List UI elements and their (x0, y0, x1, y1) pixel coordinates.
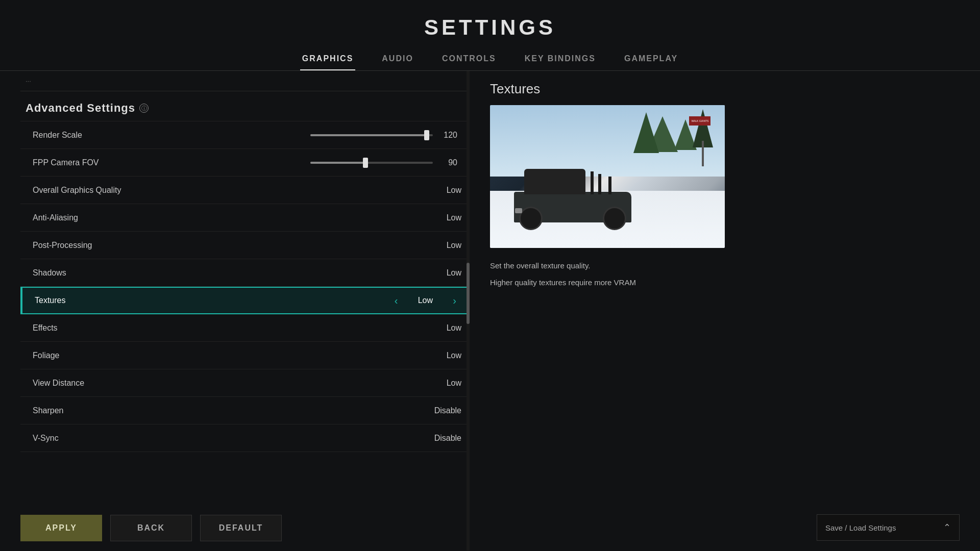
textures-next-btn[interactable]: › (449, 293, 460, 309)
setting-name-render-scale: Render Scale (33, 131, 245, 140)
default-button[interactable]: DEFAULT (200, 515, 282, 541)
fpp-fov-thumb[interactable] (363, 158, 368, 168)
jeep-headlight (515, 208, 522, 213)
preview-image: WALK GIANTS (490, 105, 725, 248)
left-panel: ··· Advanced Settings ⓘ Render Scale 120 (0, 71, 470, 550)
effects-value: Low (447, 323, 461, 333)
setting-name-foliage: Foliage (33, 351, 447, 360)
setting-row-overall-graphics[interactable]: Overall Graphics Quality Low (20, 177, 470, 204)
setting-row-sharpen[interactable]: Sharpen Disable (20, 397, 470, 424)
right-panel: Textures WALK GIANTS (470, 71, 980, 550)
tab-gameplay[interactable]: GAMEPLAY (622, 49, 680, 70)
page-title: SETTINGS (0, 15, 980, 40)
back-button[interactable]: BACK (110, 515, 192, 541)
tab-audio[interactable]: AUDIO (380, 49, 415, 70)
advanced-settings-header: Advanced Settings ⓘ (20, 91, 470, 121)
fpp-fov-track[interactable] (310, 162, 433, 164)
textures-value: Low (410, 296, 440, 305)
setting-row-fpp-camera-fov[interactable]: FPP Camera FOV 90 (20, 149, 470, 177)
advanced-settings-title: Advanced Settings (26, 102, 135, 115)
setting-row-render-scale[interactable]: Render Scale 120 (20, 121, 470, 149)
post-processing-value: Low (447, 241, 461, 250)
setting-name-anti-aliasing: Anti-Aliasing (33, 213, 447, 222)
setting-row-textures[interactable]: Textures ‹ Low › (20, 287, 470, 314)
setting-row-shadows[interactable]: Shadows Low (20, 259, 470, 287)
render-scale-value: 120 (439, 131, 457, 140)
scene-sign-text: WALK GIANTS (691, 120, 708, 123)
textures-select-container: ‹ Low › (248, 293, 460, 309)
jeep-roll-cage1 (591, 171, 594, 194)
apply-button[interactable]: APPLY (20, 515, 102, 541)
setting-row-foliage[interactable]: Foliage Low (20, 342, 470, 369)
jeep-roll-cage3 (608, 177, 611, 194)
fpp-fov-fill (310, 162, 365, 164)
save-load-button[interactable]: Save / Load Settings ⌃ (817, 514, 960, 541)
save-load-label: Save / Load Settings (825, 523, 896, 532)
settings-list: Render Scale 120 FPP Camera FOV (20, 121, 470, 452)
setting-name-fpp-camera-fov: FPP Camera FOV (33, 158, 245, 167)
setting-name-sharpen: Sharpen (33, 406, 434, 415)
render-scale-thumb[interactable] (424, 130, 429, 140)
preview-desc1: Set the overall texture quality. (490, 260, 960, 272)
preview-desc2: Higher quality textures require more VRA… (490, 277, 960, 289)
setting-name-effects: Effects (33, 323, 447, 333)
jeep-cab (524, 169, 585, 194)
overall-graphics-value: Low (447, 186, 461, 195)
sharpen-value: Disable (434, 406, 461, 415)
setting-row-post-processing[interactable]: Post-Processing Low (20, 232, 470, 259)
setting-name-view-distance: View Distance (33, 379, 447, 388)
partial-header: ··· (20, 71, 470, 91)
jeep-wheel-front (519, 207, 543, 230)
main-layout: ··· Advanced Settings ⓘ Render Scale 120 (0, 71, 980, 550)
setting-row-anti-aliasing[interactable]: Anti-Aliasing Low (20, 204, 470, 232)
fpp-fov-slider-container: 90 (245, 158, 461, 167)
jeep-roll-cage2 (598, 174, 601, 194)
partial-header-text: ··· (26, 77, 31, 85)
setting-name-shadows: Shadows (33, 268, 447, 278)
tab-controls[interactable]: CONTROLS (440, 49, 498, 70)
textures-prev-btn[interactable]: ‹ (390, 293, 402, 309)
render-scale-fill (310, 134, 427, 136)
setting-name-overall-graphics: Overall Graphics Quality (33, 186, 447, 195)
fpp-fov-value: 90 (439, 158, 457, 167)
view-distance-value: Low (447, 379, 461, 388)
setting-row-effects[interactable]: Effects Low (20, 314, 470, 342)
setting-name-post-processing: Post-Processing (33, 241, 447, 250)
bottom-bar: APPLY BACK DEFAULT Save / Load Settings … (0, 505, 980, 551)
info-icon[interactable]: ⓘ (139, 104, 149, 113)
scene-tree2 (633, 112, 659, 153)
scene-sign-board: WALK GIANTS (689, 116, 710, 126)
setting-row-vsync[interactable]: V-Sync Disable (20, 424, 470, 452)
jeep-wheel-rear (603, 207, 626, 230)
vsync-value: Disable (434, 434, 461, 443)
chevron-up-icon: ⌃ (943, 522, 951, 533)
shadows-value: Low (447, 268, 461, 278)
render-scale-track[interactable] (310, 134, 433, 136)
preview-title: Textures (490, 81, 960, 97)
scene-jeep (509, 171, 636, 222)
setting-name-textures: Textures (35, 296, 248, 305)
setting-row-view-distance[interactable]: View Distance Low (20, 369, 470, 397)
scrollbar[interactable] (467, 71, 470, 550)
anti-aliasing-value: Low (447, 213, 461, 222)
main-tabs: GRAPHICS AUDIO CONTROLS KEY BINDINGS GAM… (0, 49, 980, 71)
setting-name-vsync: V-Sync (33, 434, 434, 443)
render-scale-slider-container: 120 (245, 131, 461, 140)
foliage-value: Low (447, 351, 461, 360)
scroll-indicator (467, 263, 470, 324)
tab-graphics[interactable]: GRAPHICS (300, 49, 355, 70)
tab-keybindings[interactable]: KEY BINDINGS (523, 49, 598, 70)
settings-header: SETTINGS GRAPHICS AUDIO CONTROLS KEY BIN… (0, 0, 980, 71)
scene-sign-post (702, 141, 704, 166)
